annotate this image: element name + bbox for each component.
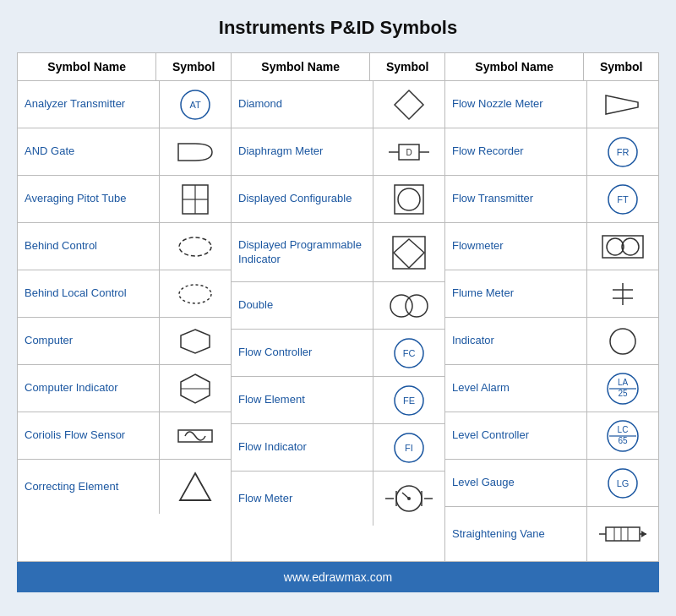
row-ft: Flow Transmitter FT xyxy=(445,176,658,223)
symbol-behind-control xyxy=(160,223,231,270)
name-behind-local: Behind Local Control xyxy=(18,270,160,317)
svg-marker-64 xyxy=(641,531,646,537)
svg-text:D: D xyxy=(406,148,412,157)
symbol-diamond xyxy=(373,81,444,128)
svg-marker-36 xyxy=(606,95,638,114)
symbol-la: LA 25 xyxy=(587,365,658,412)
col1-name-header: Symbol Name xyxy=(18,53,156,80)
symbol-computer xyxy=(160,318,231,364)
symbol-computer-indicator xyxy=(160,365,231,412)
svg-text:LG: LG xyxy=(617,478,630,488)
row-disp-config: Displayed Configurable xyxy=(232,176,444,223)
svg-rect-41 xyxy=(602,236,643,258)
svg-text:FT: FT xyxy=(617,194,629,204)
symbol-disp-config xyxy=(373,176,444,222)
row-computer-indicator: Computer Indicator xyxy=(18,365,231,412)
svg-text:AT: AT xyxy=(190,100,202,110)
symbol-disp-prog xyxy=(373,223,444,281)
name-flow-nozzle: Flow Nozzle Meter xyxy=(445,81,587,128)
symbol-lc: LC 65 xyxy=(587,412,658,459)
symbol-fc: FC xyxy=(373,330,444,376)
symbol-at: AT xyxy=(160,81,231,128)
row-coriolis: Coriolis Flow Sensor xyxy=(18,412,231,460)
svg-marker-20 xyxy=(394,239,424,268)
row-fc: Flow Controller FC xyxy=(232,330,444,377)
symbol-flume xyxy=(587,270,658,317)
symbol-double xyxy=(373,282,444,329)
row-computer: Computer xyxy=(18,318,231,365)
row-fe: Flow Element FE xyxy=(232,377,444,424)
col1: Symbol Name Symbol Analyzer Transmitter … xyxy=(18,53,232,561)
row-diamond: Diamond xyxy=(232,81,444,128)
svg-point-35 xyxy=(407,497,411,500)
row-flow-nozzle: Flow Nozzle Meter xyxy=(445,81,658,128)
svg-point-43 xyxy=(622,238,639,255)
col3-symbol-header: Symbol xyxy=(584,53,658,80)
name-at: Analyzer Transmitter xyxy=(18,81,160,128)
svg-point-6 xyxy=(179,285,211,303)
main-table: Symbol Name Symbol Analyzer Transmitter … xyxy=(17,52,659,562)
row-indicator: Indicator xyxy=(445,318,658,365)
symbol-flow-meter xyxy=(373,472,444,526)
name-correcting: Correcting Element xyxy=(18,460,160,514)
name-computer: Computer xyxy=(18,318,160,364)
svg-text:FI: FI xyxy=(405,443,413,453)
svg-marker-11 xyxy=(180,473,210,500)
row-fr: Flow Recorder FR xyxy=(445,128,658,176)
name-la: Level Alarm xyxy=(445,365,587,412)
row-diaphragm: Diaphragm Meter D xyxy=(232,128,444,176)
name-behind-control: Behind Control xyxy=(18,223,160,270)
col2: Symbol Name Symbol Diamond Diaphragm Met… xyxy=(232,53,445,561)
symbol-and xyxy=(160,128,231,175)
name-fc: Flow Controller xyxy=(232,330,373,376)
name-disp-config: Displayed Configurable xyxy=(232,176,373,222)
name-lc: Level Controller xyxy=(445,412,587,459)
name-double: Double xyxy=(232,282,373,329)
page-title: Instruments P&ID Symbols xyxy=(219,17,457,39)
name-computer-indicator: Computer Indicator xyxy=(18,365,160,412)
name-flow-meter: Flow Meter xyxy=(232,472,373,526)
svg-text:LC: LC xyxy=(618,425,629,434)
row-pitot: Averaging Pitot Tube xyxy=(18,176,231,223)
name-and: AND Gate xyxy=(18,128,160,175)
svg-rect-19 xyxy=(393,237,425,269)
name-fr: Flow Recorder xyxy=(445,128,587,175)
symbol-fr: FR xyxy=(587,128,658,175)
name-pitot: Averaging Pitot Tube xyxy=(18,176,160,222)
name-diamond: Diamond xyxy=(232,81,373,128)
col2-symbol-header: Symbol xyxy=(370,53,444,80)
row-fi: Flow Indicator FI xyxy=(232,424,444,472)
symbol-lg: LG xyxy=(587,460,658,506)
symbol-behind-local xyxy=(160,270,231,317)
row-flowmeter: Flowmeter xyxy=(445,223,658,270)
row-correcting: Correcting Element xyxy=(18,460,231,514)
name-fe: Flow Element xyxy=(232,377,373,423)
row-lg: Level Gauge LG xyxy=(445,460,658,507)
svg-point-42 xyxy=(607,238,624,255)
name-fi: Flow Indicator xyxy=(232,424,373,471)
name-straightening: Straightening Vane xyxy=(445,507,587,561)
row-la: Level Alarm LA 25 xyxy=(445,365,658,412)
svg-text:65: 65 xyxy=(619,436,629,445)
row-disp-prog: Displayed Programmable Indicator xyxy=(232,223,444,282)
name-disp-prog: Displayed Programmable Indicator xyxy=(232,223,373,281)
svg-point-22 xyxy=(406,295,428,317)
row-flow-meter: Flow Meter xyxy=(232,472,444,526)
svg-text:FE: FE xyxy=(403,395,415,406)
row-straightening: Straightening Vane xyxy=(445,507,658,561)
symbol-indicator xyxy=(587,318,658,364)
col2-name-header: Symbol Name xyxy=(232,53,370,80)
svg-marker-7 xyxy=(181,330,210,353)
name-flume: Flume Meter xyxy=(445,270,587,317)
footer-bar: www.edrawmax.com xyxy=(17,562,659,592)
symbol-coriolis xyxy=(160,412,231,459)
row-double: Double xyxy=(232,282,444,330)
row-lc: Level Controller LC 65 xyxy=(445,412,658,460)
svg-rect-59 xyxy=(606,527,640,541)
name-coriolis: Coriolis Flow Sensor xyxy=(18,412,160,459)
svg-point-5 xyxy=(179,237,211,256)
name-diaphragm: Diaphragm Meter xyxy=(232,128,373,175)
symbol-pitot xyxy=(160,176,231,222)
row-behind-control: Behind Control xyxy=(18,223,231,270)
name-lg: Level Gauge xyxy=(445,460,587,506)
